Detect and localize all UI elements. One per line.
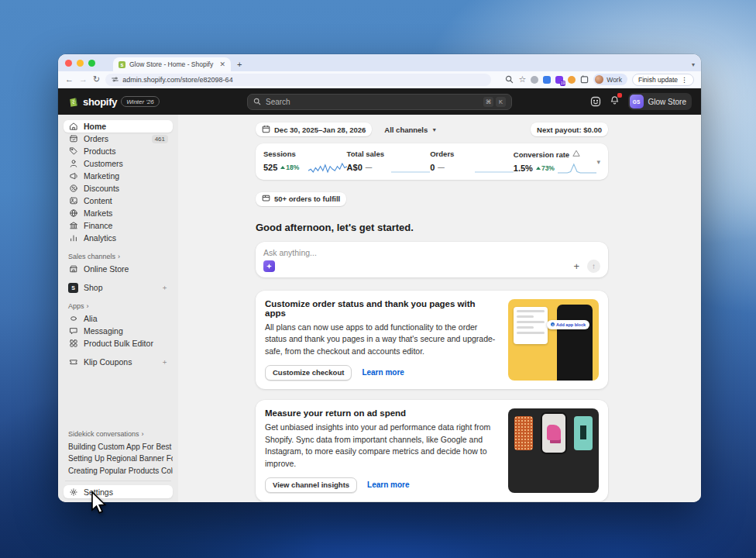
browser-profile-chip[interactable]: Work bbox=[593, 74, 627, 85]
sidekick-conversations-header[interactable]: Sidekick conversations › bbox=[64, 429, 173, 439]
sidebar-item-label: Finance bbox=[84, 221, 112, 230]
grid-icon bbox=[68, 339, 78, 349]
forward-button[interactable]: → bbox=[79, 75, 88, 84]
learn-more-link[interactable]: Learn more bbox=[367, 480, 409, 489]
sidebar-divider bbox=[65, 480, 171, 481]
sidebar-item-online-store[interactable]: Online Store bbox=[64, 263, 173, 275]
store-name: Glow Store bbox=[648, 98, 686, 106]
sidebar-item-klip-coupons[interactable]: Klip Coupons ＋ bbox=[64, 356, 173, 368]
zoom-icon[interactable] bbox=[505, 75, 514, 84]
tab-search-chevron-icon[interactable]: ▾ bbox=[692, 61, 695, 68]
sidebar-item-label: Orders bbox=[84, 134, 108, 143]
messaging-icon bbox=[68, 326, 78, 336]
customize-checkout-button[interactable]: Customize checkout bbox=[265, 365, 352, 381]
ask-anything-input[interactable]: Ask anything... bbox=[263, 248, 600, 257]
sidebar-item-discounts[interactable]: Discounts bbox=[64, 182, 173, 195]
metric-value: 0 bbox=[430, 163, 435, 172]
sidekick-ask-card[interactable]: Ask anything... + ↑ bbox=[256, 242, 608, 277]
address-bar[interactable]: admin.shopify.com/store/e82098-64 bbox=[105, 74, 491, 86]
sidebar-item-label: Discounts bbox=[84, 184, 119, 193]
shopify-logo[interactable]: shopify Winter '26 bbox=[67, 96, 160, 108]
sidebar-item-messaging[interactable]: Messaging bbox=[64, 325, 173, 337]
orders-icon bbox=[68, 134, 78, 144]
sidekick-conversation-item[interactable]: Creating Popular Products Coll... bbox=[64, 465, 173, 477]
metrics-expand-chevron-icon[interactable]: ▾ bbox=[596, 158, 600, 166]
package-icon bbox=[262, 194, 270, 204]
extension-icon[interactable] bbox=[531, 76, 538, 84]
inbox-chat-icon[interactable] bbox=[590, 96, 601, 107]
sidebar-item-marketing[interactable]: Marketing bbox=[64, 170, 173, 182]
bookmark-star-icon[interactable]: ☆ bbox=[518, 75, 526, 84]
sidebar-item-label: Online Store bbox=[84, 264, 129, 274]
minimize-window-button[interactable] bbox=[77, 60, 84, 67]
new-tab-button[interactable]: + bbox=[237, 60, 242, 69]
sidebar-item-product-bulk-editor[interactable]: Product Bulk Editor bbox=[64, 337, 173, 350]
orders-sparkline bbox=[475, 161, 514, 174]
notifications-button[interactable] bbox=[610, 95, 620, 108]
card-body: All plans can now use apps to add functi… bbox=[265, 322, 497, 358]
channel-filter-dropdown[interactable]: All channels ▼ bbox=[378, 122, 443, 136]
reading-list-icon[interactable] bbox=[580, 75, 589, 84]
extension-icon[interactable] bbox=[543, 76, 551, 84]
expand-icon[interactable]: ＋ bbox=[161, 283, 168, 293]
send-arrow-button[interactable]: ↑ bbox=[587, 260, 600, 273]
desktop-wallpaper: s Glow Store - Home - Shopify ✕ + ▾ ← → … bbox=[0, 0, 756, 558]
orders-to-fulfill-banner[interactable]: 50+ orders to fulfill bbox=[256, 192, 346, 206]
kebab-menu-icon[interactable]: ⋮ bbox=[681, 76, 688, 84]
browser-tabstrip: s Glow Store - Home - Shopify ✕ + ▾ bbox=[58, 54, 701, 71]
browser-tab[interactable]: s Glow Store - Home - Shopify ✕ bbox=[113, 57, 231, 71]
site-info-icon[interactable] bbox=[112, 76, 119, 83]
shopify-favicon-icon: s bbox=[119, 61, 125, 68]
sidekick-conversation-item[interactable]: Building Custom App For Best ... bbox=[64, 441, 173, 453]
sidebar-item-home[interactable]: Home bbox=[64, 120, 173, 133]
sidebar-item-products[interactable]: Products bbox=[64, 145, 173, 157]
sidebar-item-label: Products bbox=[84, 146, 115, 156]
analytics-filter-row: Dec 30, 2025–Jan 28, 2026 All channels ▼… bbox=[256, 122, 608, 136]
pencil-extension-icon[interactable] bbox=[568, 76, 576, 84]
finance-icon bbox=[68, 221, 78, 231]
learn-more-link[interactable]: Learn more bbox=[362, 368, 404, 377]
store-menu-button[interactable]: GS Glow Store bbox=[628, 93, 692, 110]
extension-icon[interactable]: 19 bbox=[555, 76, 563, 84]
calendar-icon bbox=[262, 125, 270, 135]
back-button[interactable]: ← bbox=[65, 75, 74, 84]
sidebar-item-settings[interactable]: Settings bbox=[64, 485, 173, 498]
tab-close-icon[interactable]: ✕ bbox=[219, 60, 225, 68]
fullscreen-window-button[interactable] bbox=[88, 60, 95, 67]
metric-change: — bbox=[366, 164, 373, 171]
metric-conversion-rate[interactable]: Conversion rate 1.5% 73% bbox=[514, 150, 597, 174]
sidebar-item-shop[interactable]: S Shop ＋ bbox=[64, 281, 173, 294]
attach-plus-icon[interactable]: + bbox=[573, 261, 579, 271]
next-payout-pill[interactable]: Next payout: $0.00 bbox=[531, 122, 608, 136]
date-range-picker[interactable]: Dec 30, 2025–Jan 28, 2026 bbox=[256, 122, 372, 136]
reload-button[interactable]: ↻ bbox=[93, 75, 100, 84]
close-window-button[interactable] bbox=[65, 60, 72, 67]
chevron-right-icon: › bbox=[118, 253, 120, 260]
metric-change: 18% bbox=[280, 164, 299, 171]
sidebar-item-customers[interactable]: Customers bbox=[64, 157, 173, 170]
sidebar-item-label: Markets bbox=[84, 208, 112, 218]
metric-sessions[interactable]: Sessions 525 18% bbox=[263, 150, 347, 174]
expand-icon[interactable]: ＋ bbox=[161, 357, 168, 367]
sidekick-conversation-item[interactable]: Setting Up Regional Banner Fo... bbox=[64, 453, 173, 465]
metric-orders[interactable]: Orders 0 — bbox=[430, 150, 514, 174]
card-illustration-ad-spend bbox=[508, 408, 599, 493]
sidebar-item-analytics[interactable]: Analytics bbox=[64, 232, 173, 244]
main-content: Dec 30, 2025–Jan 28, 2026 All channels ▼… bbox=[178, 115, 701, 502]
sidebar-item-orders[interactable]: Orders 461 bbox=[64, 133, 173, 145]
view-channel-insights-button[interactable]: View channel insights bbox=[265, 477, 357, 493]
sidebar-item-content[interactable]: Content bbox=[64, 195, 173, 207]
global-search-input[interactable]: Search ⌘ K bbox=[247, 94, 512, 110]
coupon-icon bbox=[68, 357, 78, 367]
sales-channels-header[interactable]: Sales channels › bbox=[64, 251, 173, 261]
conversion-sparkline bbox=[558, 162, 596, 174]
sidebar-item-label: Shop bbox=[84, 283, 103, 292]
metric-total-sales[interactable]: Total sales A$0 — bbox=[347, 150, 431, 174]
finish-update-button[interactable]: Finish update ⋮ bbox=[632, 74, 694, 86]
sidebar-item-finance[interactable]: Finance bbox=[64, 219, 173, 232]
online-store-icon bbox=[68, 264, 78, 274]
sidebar-item-markets[interactable]: Markets bbox=[64, 207, 173, 219]
sidekick-icon[interactable] bbox=[263, 260, 275, 272]
sidebar-item-alia[interactable]: Alia bbox=[64, 312, 173, 325]
apps-header[interactable]: Apps › bbox=[64, 301, 173, 311]
